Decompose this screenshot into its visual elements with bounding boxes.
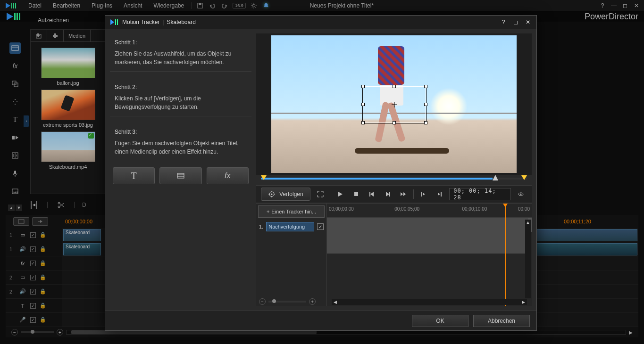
preview-viewport[interactable]: [256, 33, 532, 175]
step-1: Schritt 1: Ziehen Sie das Auswahlfeld, u…: [110, 33, 251, 72]
svg-rect-67: [441, 192, 442, 197]
step-3: Schritt 3: Fügen Sie dem nachverfolgten …: [110, 123, 251, 161]
tracker-empty-area: [327, 218, 528, 254]
timecode-display[interactable]: 00; 00; 14; 28: [449, 188, 511, 200]
next-frame-icon[interactable]: [382, 188, 394, 200]
tracker-timeline: +Einen Tracker hin... 1. Nachverfolgung …: [256, 203, 532, 306]
stop-icon[interactable]: [350, 188, 362, 200]
tracker-hscroll[interactable]: ◀▶: [332, 299, 527, 305]
preview-quality-icon[interactable]: [515, 188, 527, 200]
mark-out-icon[interactable]: [521, 175, 527, 180]
tracker-label[interactable]: Nachverfolgung: [266, 222, 314, 231]
svg-marker-42: [110, 19, 114, 25]
svg-rect-59: [369, 192, 370, 197]
svg-marker-66: [438, 193, 440, 196]
svg-rect-43: [115, 19, 116, 25]
dialog-footer: OK Abbrechen: [105, 311, 536, 330]
svg-marker-56: [338, 192, 343, 197]
svg-rect-44: [117, 19, 118, 25]
tracker-zoom-slider[interactable]: [272, 299, 276, 303]
crosshair-icon: [392, 102, 397, 107]
svg-rect-61: [389, 192, 390, 197]
track-button[interactable]: Verfolgen: [261, 188, 310, 201]
cancel-button[interactable]: Abbrechen: [473, 315, 530, 327]
preview-panel: Verfolgen 00; 00; 14; 28 +Einen Tracker …: [256, 33, 532, 306]
dialog-help-icon[interactable]: ?: [500, 18, 507, 26]
svg-marker-63: [403, 192, 406, 196]
add-clip-button[interactable]: [159, 167, 201, 184]
tracker-vscroll[interactable]: ▲: [525, 220, 531, 298]
svg-marker-60: [386, 192, 389, 197]
add-title-button[interactable]: T: [113, 167, 155, 184]
svg-point-69: [520, 194, 522, 195]
steps-panel: Schritt 1: Ziehen Sie das Auswahlfeld, u…: [110, 33, 251, 306]
add-effect-button[interactable]: fx: [207, 167, 249, 184]
svg-rect-57: [354, 192, 358, 196]
mark-out-button[interactable]: [434, 188, 446, 200]
fast-forward-icon[interactable]: [398, 188, 410, 200]
dialog-title: Motion Tracker: [122, 19, 159, 25]
svg-marker-65: [423, 193, 425, 196]
svg-marker-62: [401, 192, 403, 196]
dialog-maximize-icon[interactable]: ◻: [512, 18, 519, 26]
mark-in-icon[interactable]: [261, 175, 267, 180]
dialog-titlebar[interactable]: Motion Tracker | Skateboard ? ◻ ✕: [105, 16, 536, 29]
tracker-zoom-in-icon[interactable]: +: [309, 298, 316, 305]
step-2: Schritt 2: Klicken Sie auf [Verfolgen], …: [110, 78, 251, 116]
preview-image: [271, 35, 517, 173]
svg-point-51: [271, 194, 273, 195]
svg-rect-45: [177, 173, 184, 178]
tracker-selection[interactable]: [363, 86, 426, 123]
tracker-ruler[interactable]: 00;00;00;00 00;00;05;00 00;00;10;00 00;0…: [327, 204, 532, 218]
play-icon[interactable]: [334, 188, 346, 200]
tracker-row-header: 1. Nachverfolgung ✓: [256, 220, 326, 234]
playhead-icon[interactable]: [493, 175, 498, 180]
tracker-enable-checkbox[interactable]: ✓: [317, 223, 324, 230]
ok-button[interactable]: OK: [412, 315, 468, 327]
preview-controls: Verfolgen 00; 00; 14; 28: [256, 185, 532, 203]
app-logo-icon: [110, 19, 119, 25]
tracker-zoom-out-icon[interactable]: −: [259, 298, 266, 305]
prev-frame-icon[interactable]: [366, 188, 378, 200]
add-tracker-button[interactable]: +Einen Tracker hin...: [258, 205, 325, 218]
svg-rect-64: [421, 192, 422, 197]
dialog-crumb: Skateboard: [167, 19, 195, 25]
fit-icon[interactable]: [314, 188, 326, 200]
tracker-playhead[interactable]: [505, 204, 506, 306]
mark-in-button[interactable]: [418, 188, 430, 200]
preview-range-slider[interactable]: [256, 175, 532, 185]
svg-marker-58: [370, 192, 374, 197]
dialog-close-icon[interactable]: ✕: [524, 18, 532, 26]
motion-tracker-dialog: Motion Tracker | Skateboard ? ◻ ✕ Schrit…: [105, 15, 537, 331]
